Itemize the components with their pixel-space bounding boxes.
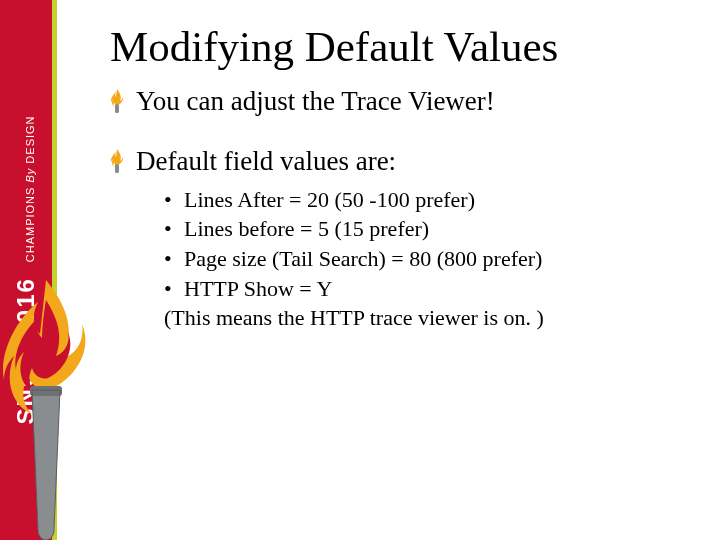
- bullet-list: You can adjust the Trace Viewer! Default…: [110, 85, 700, 333]
- sub-bullet-item: HTTP Show = Y: [164, 274, 700, 304]
- slide-title: Modifying Default Values: [110, 22, 700, 71]
- sub-bullet-item: Page size (Tail Search) = 80 (800 prefer…: [164, 244, 700, 274]
- bullet-item: Default field values are: Lines After = …: [110, 145, 700, 333]
- brand-sub-em: By: [24, 168, 36, 183]
- sub-bullet-item: Lines After = 20 (50 -100 prefer): [164, 185, 700, 215]
- bullet-text: Default field values are:: [136, 146, 396, 176]
- sidebar: SNUG 2016 CHAMPIONS By DESIGN: [0, 0, 60, 540]
- svg-rect-2: [115, 164, 119, 173]
- slide: SNUG 2016 CHAMPIONS By DESIGN Modifying …: [0, 0, 720, 540]
- torch-bullet-icon: [110, 149, 124, 173]
- bullet-item: You can adjust the Trace Viewer!: [110, 85, 700, 119]
- sub-note: (This means the HTTP trace viewer is on.…: [136, 303, 700, 333]
- brand-sub-prefix: CHAMPIONS: [24, 183, 36, 263]
- sub-bullet-item: Lines before = 5 (15 prefer): [164, 214, 700, 244]
- torch-bullet-icon: [110, 89, 124, 113]
- content: Modifying Default Values You can adjust …: [110, 22, 700, 333]
- sidebar-green-stripe: [52, 0, 57, 540]
- sidebar-brand: SNUG 2016 CHAMPIONS By DESIGN: [12, 115, 40, 424]
- brand-sub: CHAMPIONS By DESIGN: [24, 115, 36, 262]
- sub-bullet-list: Lines After = 20 (50 -100 prefer) Lines …: [136, 185, 700, 304]
- brand-main: SNUG 2016: [12, 277, 39, 424]
- bullet-text: You can adjust the Trace Viewer!: [136, 86, 495, 116]
- brand-sub-suffix: DESIGN: [24, 115, 36, 167]
- svg-rect-1: [115, 104, 119, 113]
